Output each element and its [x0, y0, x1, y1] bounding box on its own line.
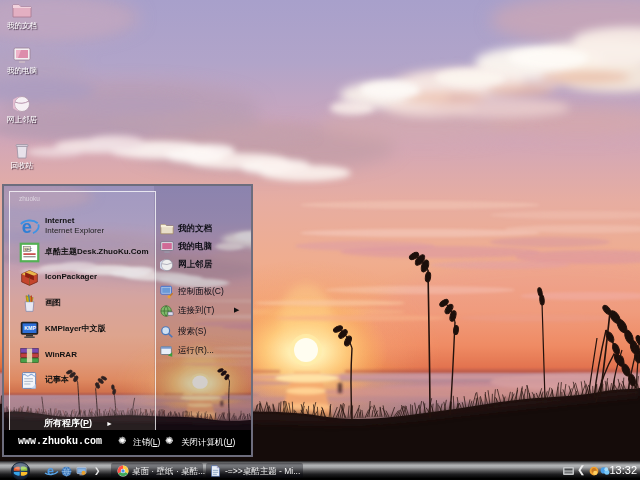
- svg-text:KMP: KMP: [24, 325, 36, 331]
- svg-text:SFC: SFC: [24, 246, 32, 251]
- svg-text:e: e: [22, 216, 32, 237]
